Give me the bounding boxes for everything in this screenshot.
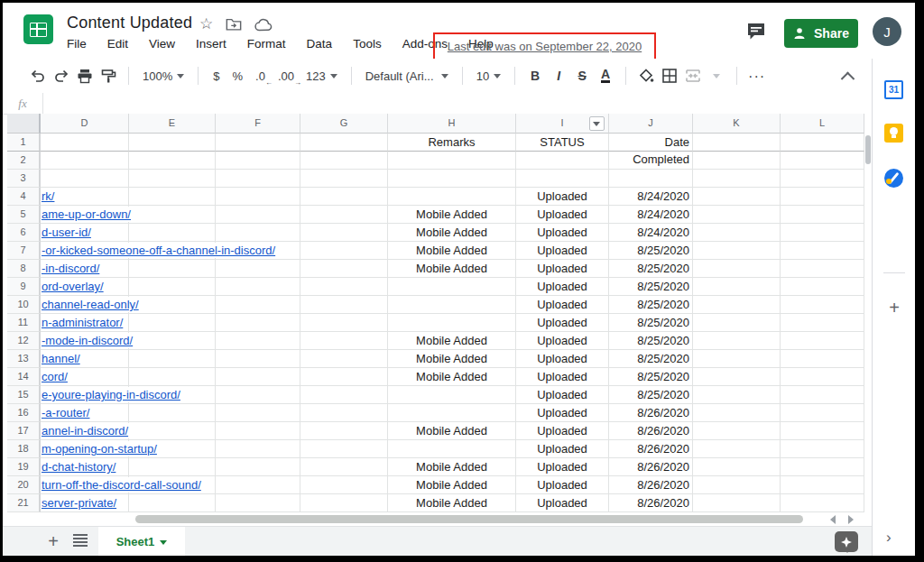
- cell-G16[interactable]: [300, 404, 388, 422]
- cell-link-D12[interactable]: -mode-in-discord/: [42, 333, 134, 348]
- cell-J7[interactable]: 8/25/2020: [609, 242, 693, 260]
- cell-I2[interactable]: [516, 152, 609, 170]
- cell-I9[interactable]: Uploaded: [516, 278, 609, 296]
- cell-L4[interactable]: [781, 188, 864, 206]
- cell-link-D14[interactable]: cord/: [42, 369, 69, 384]
- cell-F1[interactable]: [216, 134, 300, 152]
- cell-L10[interactable]: [781, 296, 864, 314]
- cell-G5[interactable]: [300, 206, 388, 224]
- cell-K6[interactable]: [693, 224, 781, 242]
- cell-H9[interactable]: [388, 278, 516, 296]
- row-header-4[interactable]: 4: [7, 188, 41, 206]
- cell-link-D4[interactable]: rk/: [42, 189, 56, 204]
- cell-F5[interactable]: [216, 206, 300, 224]
- column-header-E[interactable]: E: [129, 114, 216, 134]
- cell-link-D8[interactable]: -in-discord/: [42, 261, 101, 276]
- cell-F12[interactable]: [216, 332, 300, 350]
- text-color-button[interactable]: A: [594, 64, 617, 88]
- cell-H12[interactable]: Mobile Added: [388, 332, 516, 350]
- cell-G2[interactable]: [300, 152, 388, 170]
- get-add-ons-button[interactable]: +: [884, 298, 904, 318]
- cell-G10[interactable]: [300, 296, 388, 314]
- row-header-8[interactable]: 8: [7, 260, 41, 278]
- format-percent-button[interactable]: %: [226, 69, 249, 83]
- cell-I16[interactable]: Uploaded: [516, 404, 609, 422]
- cell-E4[interactable]: [129, 188, 216, 206]
- cell-link-D7[interactable]: -or-kicked-someone-off-a-channel-in-disc…: [42, 243, 277, 258]
- cell-I10[interactable]: Uploaded: [516, 296, 609, 314]
- undo-icon[interactable]: [26, 64, 50, 88]
- cell-G3[interactable]: [300, 170, 388, 188]
- cell-G6[interactable]: [300, 224, 388, 242]
- cell-F11[interactable]: [216, 314, 300, 332]
- sheets-logo-icon[interactable]: [23, 14, 53, 44]
- cell-H1[interactable]: Remarks: [388, 134, 516, 152]
- cell-F16[interactable]: [216, 404, 300, 422]
- cell-I13[interactable]: Uploaded: [516, 350, 609, 368]
- add-sheet-button[interactable]: +: [42, 530, 64, 552]
- cell-E3[interactable]: [129, 170, 216, 188]
- cell-K13[interactable]: [693, 350, 781, 368]
- cell-H10[interactable]: [388, 296, 516, 314]
- cell-J19[interactable]: 8/26/2020: [609, 458, 693, 476]
- cell-H4[interactable]: [388, 188, 516, 206]
- cell-F18[interactable]: [216, 440, 300, 458]
- cell-K1[interactable]: [693, 134, 781, 152]
- row-header-15[interactable]: 15: [7, 386, 41, 404]
- cell-I18[interactable]: Uploaded: [516, 440, 609, 458]
- cell-H13[interactable]: Mobile Added: [388, 350, 516, 368]
- cell-link-D20[interactable]: turn-off-the-discord-call-sound/: [42, 477, 203, 493]
- vertical-scrollbar-thumb[interactable]: [865, 135, 871, 164]
- cell-J14[interactable]: 8/25/2020: [609, 368, 693, 386]
- row-header-11[interactable]: 11: [7, 314, 41, 332]
- cell-J9[interactable]: 8/25/2020: [609, 278, 693, 296]
- sheet-tab-menu-icon[interactable]: [160, 540, 167, 548]
- row-header-5[interactable]: 5: [7, 206, 41, 224]
- cell-link-D21[interactable]: server-private/: [42, 495, 118, 511]
- cell-G13[interactable]: [300, 350, 388, 368]
- cell-J15[interactable]: 8/25/2020: [609, 386, 693, 404]
- cell-link-D17[interactable]: annel-in-discord/: [42, 423, 130, 438]
- cell-K19[interactable]: [693, 458, 781, 476]
- italic-button[interactable]: I: [547, 64, 570, 88]
- document-status-cloud-icon[interactable]: [254, 18, 273, 32]
- cell-I19[interactable]: Uploaded: [516, 458, 609, 476]
- vertical-scrollbar[interactable]: [864, 114, 872, 513]
- cell-J21[interactable]: 8/26/2020: [609, 494, 693, 512]
- horizontal-scrollbar[interactable]: [7, 513, 864, 526]
- cell-F2[interactable]: [216, 152, 300, 170]
- cell-E10[interactable]: [129, 296, 216, 314]
- all-sheets-icon[interactable]: [73, 534, 88, 547]
- cell-L14[interactable]: [781, 368, 864, 386]
- cell-F13[interactable]: [216, 350, 300, 368]
- row-header-7[interactable]: 7: [7, 242, 41, 260]
- cell-I3[interactable]: [516, 170, 609, 188]
- document-title[interactable]: Content Updated: [67, 14, 192, 32]
- google-tasks-icon[interactable]: [884, 169, 903, 188]
- cell-J11[interactable]: 8/25/2020: [609, 314, 693, 332]
- row-header-19[interactable]: 19: [7, 458, 41, 476]
- explore-button[interactable]: [835, 531, 858, 552]
- cell-I20[interactable]: Uploaded: [516, 476, 609, 494]
- cell-link-D16[interactable]: -a-router/: [42, 405, 91, 420]
- cell-E8[interactable]: [129, 260, 216, 278]
- row-header-2[interactable]: 2: [7, 152, 41, 170]
- hide-menus-icon[interactable]: [836, 64, 859, 88]
- zoom-select[interactable]: 100%: [137, 69, 189, 83]
- cell-G21[interactable]: [300, 494, 388, 512]
- cell-G7[interactable]: [300, 242, 388, 260]
- cell-K3[interactable]: [693, 170, 781, 188]
- cell-F21[interactable]: [216, 494, 300, 512]
- cell-L5[interactable]: [781, 206, 864, 224]
- cell-L18[interactable]: [781, 440, 864, 458]
- cell-link-D6[interactable]: d-user-id/: [42, 225, 93, 240]
- cell-link-D5[interactable]: ame-up-or-down/: [42, 207, 133, 222]
- cell-J20[interactable]: 8/26/2020: [609, 476, 693, 494]
- cell-L17[interactable]: [781, 422, 864, 440]
- format-currency-button[interactable]: $: [207, 69, 226, 83]
- cell-G4[interactable]: [300, 188, 388, 206]
- filter-icon[interactable]: [589, 116, 605, 131]
- cell-G17[interactable]: [300, 422, 388, 440]
- comment-history-icon[interactable]: [746, 23, 766, 41]
- horizontal-scrollbar-thumb[interactable]: [135, 515, 803, 523]
